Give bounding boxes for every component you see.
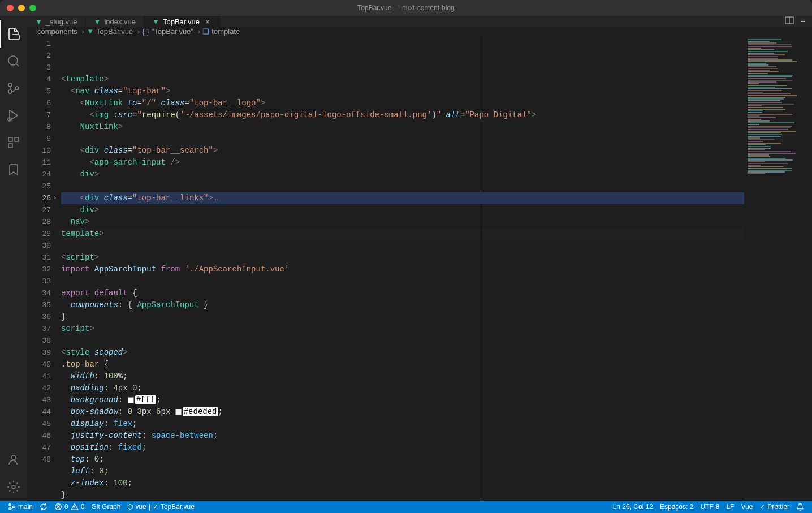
titlebar: TopBar.vue — nuxt-content-blog: [0, 0, 812, 16]
language-mode[interactable]: Vue: [737, 503, 756, 511]
eslint-status[interactable]: ⬡ vue | ✓ TopBar.vue: [124, 503, 198, 511]
vue-icon: ▼: [94, 18, 101, 26]
sync-button[interactable]: [36, 503, 51, 511]
check-icon: ✓: [759, 503, 765, 511]
activity-bar: [0, 16, 27, 501]
tab-topbar-vue[interactable]: ▼ TopBar.vue ×: [144, 16, 221, 27]
breadcrumbs[interactable]: components› ▼ TopBar.vue› { } "TopBar.vu…: [27, 27, 812, 36]
git-graph[interactable]: Git Graph: [88, 503, 124, 511]
run-debug-icon[interactable]: [0, 102, 27, 129]
editor-area: ▼ _slug.vue ▼ index.vue ▼ TopBar.vue × ⋯…: [27, 16, 812, 501]
svg-point-9: [12, 485, 15, 489]
svg-point-2: [8, 90, 12, 93]
notifications-icon[interactable]: [793, 503, 807, 511]
line-gutter: 1234567891011242526272829303132333435363…: [27, 36, 61, 501]
tab-label: index.vue: [104, 18, 136, 26]
check-icon: ✓: [153, 503, 158, 511]
breadcrumb-file[interactable]: TopBar.vue: [96, 27, 133, 36]
account-icon[interactable]: [0, 446, 27, 473]
svg-point-1: [8, 83, 12, 87]
tab-label: TopBar.vue: [163, 18, 200, 26]
breadcrumb-folder[interactable]: components: [37, 27, 77, 36]
explorer-icon[interactable]: [0, 20, 27, 48]
svg-rect-6: [15, 137, 19, 141]
tab-slug-vue[interactable]: ▼ _slug.vue: [27, 16, 86, 27]
extensions-icon[interactable]: [0, 129, 27, 156]
statusbar: main 0 0 Git Graph ⬡ vue | ✓ TopBar.vue …: [0, 501, 812, 513]
vue-icon: ▼: [35, 18, 42, 26]
svg-rect-5: [8, 137, 12, 141]
svg-point-12: [9, 504, 11, 506]
vue-icon: ▼: [152, 18, 159, 26]
xml-icon: ❑: [202, 27, 209, 36]
traffic-lights: [0, 5, 36, 11]
settings-icon[interactable]: [0, 473, 27, 501]
vue-icon: ⬡: [127, 503, 133, 511]
braces-icon: { }: [142, 27, 149, 36]
tab-label: _slug.vue: [46, 18, 77, 26]
svg-point-0: [8, 56, 18, 65]
svg-point-13: [9, 508, 11, 510]
vue-icon: ▼: [87, 27, 94, 36]
editor-tabs: ▼ _slug.vue ▼ index.vue ▼ TopBar.vue × ⋯: [27, 16, 812, 27]
svg-rect-7: [8, 144, 12, 148]
svg-point-8: [11, 455, 16, 460]
tab-index-vue[interactable]: ▼ index.vue: [86, 16, 145, 27]
encoding[interactable]: UTF-8: [697, 503, 723, 511]
eol[interactable]: LF: [723, 503, 737, 511]
git-branch[interactable]: main: [5, 503, 36, 511]
cursor-position[interactable]: Ln 26, Col 12: [610, 503, 656, 511]
close-window-button[interactable]: [7, 5, 14, 11]
svg-point-3: [15, 87, 19, 90]
close-icon[interactable]: ×: [203, 18, 212, 26]
maximize-window-button[interactable]: [29, 5, 36, 11]
bookmark-icon[interactable]: [0, 156, 27, 183]
window-title: TopBar.vue — nuxt-content-blog: [357, 4, 454, 12]
ruler: [481, 36, 481, 501]
search-icon[interactable]: [0, 48, 27, 75]
minimize-window-button[interactable]: [18, 5, 25, 11]
breadcrumb-symbol[interactable]: "TopBar.vue": [152, 27, 193, 36]
source-control-icon[interactable]: [0, 75, 27, 102]
breadcrumb-template[interactable]: template: [211, 27, 240, 36]
minimap[interactable]: [744, 36, 812, 501]
prettier-status[interactable]: ✓ Prettier: [756, 503, 793, 511]
split-editor-icon[interactable]: [785, 16, 794, 27]
indentation[interactable]: Espaços: 2: [656, 503, 697, 511]
more-actions-icon[interactable]: ⋯: [801, 17, 805, 26]
code-content[interactable]: <template> <nav class="top-bar"> <NuxtLi…: [61, 36, 812, 501]
editor[interactable]: 1234567891011242526272829303132333435363…: [27, 36, 812, 501]
problems[interactable]: 0 0: [51, 503, 88, 511]
